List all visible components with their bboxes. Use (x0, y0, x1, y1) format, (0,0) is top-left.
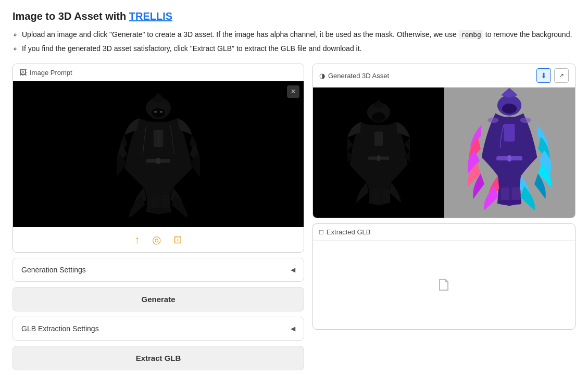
svg-point-34 (520, 118, 531, 123)
image-prompt-icon: 🖼 (19, 68, 27, 77)
asset-char-left (347, 98, 410, 207)
file-icon: 🗋 (436, 276, 453, 295)
upload-button[interactable]: ↑ (133, 233, 141, 247)
svg-rect-25 (504, 124, 515, 142)
left-panel: 🖼 Image Prompt × (12, 64, 304, 370)
svg-rect-27 (508, 156, 511, 162)
instructions-list: Upload an image and click "Generate" to … (12, 29, 576, 54)
crop-icon: ◎ (152, 234, 161, 245)
svg-marker-2 (151, 93, 166, 102)
svg-rect-10 (161, 208, 171, 213)
svg-rect-30 (500, 200, 510, 205)
download-icon: ⬇ (541, 71, 547, 80)
svg-point-11 (152, 108, 165, 118)
crop-button[interactable]: ◎ (151, 232, 162, 247)
upload-icon: ↑ (134, 234, 140, 245)
clipboard-icon: ⊡ (173, 234, 182, 245)
generated-asset-label-group: ◑ Generated 3D Asset (319, 72, 389, 80)
close-button[interactable]: × (287, 85, 299, 98)
svg-rect-17 (374, 132, 383, 146)
main-layout: 🖼 Image Prompt × (12, 64, 576, 370)
image-toolbar: ↑ ◎ ⊡ (13, 227, 304, 252)
generated-asset-header: ◑ Generated 3D Asset ⬇ ↗ (313, 64, 575, 88)
right-panel: ◑ Generated 3D Asset ⬇ ↗ (312, 64, 576, 330)
svg-point-12 (154, 111, 157, 113)
svg-rect-19 (377, 156, 380, 161)
asset-preview (313, 88, 575, 218)
generated-asset-icon: ◑ (319, 72, 325, 80)
svg-point-33 (487, 118, 498, 123)
asset-action-buttons: ⬇ ↗ (536, 68, 569, 83)
extracted-glb-icon: □ (319, 228, 323, 236)
instruction-2: If you find the generated 3D asset satis… (22, 43, 576, 54)
generated-asset-panel: ◑ Generated 3D Asset ⬇ ↗ (312, 64, 576, 218)
image-prompt-panel: 🖼 Image Prompt × (12, 64, 304, 253)
svg-rect-6 (156, 158, 160, 164)
svg-point-32 (502, 104, 517, 114)
character-image (117, 92, 200, 217)
image-prompt-header: 🖼 Image Prompt (13, 64, 304, 81)
page-title: Image to 3D Asset with TRELLIS (12, 10, 576, 22)
asset-preview-left (313, 88, 444, 218)
download-button[interactable]: ⬇ (536, 68, 551, 83)
asset-char-right (468, 88, 551, 218)
asset-preview-right (444, 88, 576, 218)
extracted-glb-header: □ Extracted GLB (313, 224, 575, 241)
extracted-glb-label: Extracted GLB (327, 228, 371, 236)
generation-settings-row[interactable]: Generation Settings ◀ (12, 258, 304, 282)
svg-marker-24 (501, 88, 518, 98)
glb-extraction-chevron: ◀ (291, 325, 295, 332)
extracted-glb-panel: □ Extracted GLB 🗋 (312, 223, 576, 330)
share-button[interactable]: ↗ (554, 68, 569, 83)
image-prompt-label: Image Prompt (30, 69, 72, 77)
extracted-glb-body: 🗋 (313, 241, 575, 329)
trellis-link[interactable]: TRELLIS (129, 10, 172, 22)
generation-settings-label: Generation Settings (21, 266, 86, 274)
svg-rect-31 (511, 200, 521, 205)
svg-rect-21 (382, 189, 390, 203)
share-icon: ↗ (559, 72, 564, 79)
instruction-1: Upload an image and click "Generate" to … (22, 29, 576, 41)
generated-asset-label: Generated 3D Asset (328, 72, 389, 80)
svg-point-13 (160, 111, 163, 113)
glb-extraction-settings-label: GLB Extraction Settings (21, 324, 99, 333)
image-area: × (13, 81, 304, 227)
generate-button[interactable]: Generate (12, 287, 304, 311)
extract-glb-button[interactable]: Extract GLB (12, 346, 304, 370)
clipboard-button[interactable]: ⊡ (172, 232, 183, 247)
svg-rect-20 (372, 189, 380, 203)
generation-settings-chevron: ◀ (291, 266, 295, 273)
glb-extraction-settings-row[interactable]: GLB Extraction Settings ◀ (12, 317, 304, 341)
svg-point-22 (372, 113, 385, 122)
svg-rect-9 (150, 208, 160, 213)
